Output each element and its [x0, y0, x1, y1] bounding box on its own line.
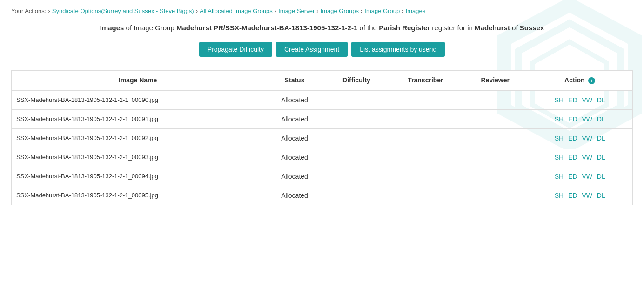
cell-reviewer — [463, 90, 527, 110]
cell-image-name: SSX-Madehurst-BA-1813-1905-132-1-2-1_000… — [12, 186, 264, 205]
action-link-vw[interactable]: VW — [582, 192, 592, 199]
action-link-ed[interactable]: ED — [568, 173, 577, 180]
cell-difficulty — [325, 186, 388, 205]
propagate-difficulty-button[interactable]: Propagate Difficulty — [199, 42, 272, 57]
create-assignment-button[interactable]: Create Assignment — [276, 42, 348, 57]
action-link-vw[interactable]: VW — [582, 173, 592, 180]
cell-reviewer — [463, 148, 527, 167]
cell-reviewer — [463, 186, 527, 205]
action-link-sh[interactable]: SH — [555, 154, 564, 161]
action-link-sh[interactable]: SH — [555, 192, 564, 199]
cell-image-name: SSX-Madehurst-BA-1813-1905-132-1-2-1_000… — [12, 148, 264, 167]
cell-status: Allocated — [264, 128, 325, 148]
cell-transcriber — [388, 148, 463, 167]
table-row: SSX-Madehurst-BA-1813-1905-132-1-2-1_000… — [12, 186, 632, 205]
cell-image-name: SSX-Madehurst-BA-1813-1905-132-1-2-1_000… — [12, 128, 264, 148]
cell-image-name: SSX-Madehurst-BA-1813-1905-132-1-2-1_000… — [12, 167, 264, 186]
table-row: SSX-Madehurst-BA-1813-1905-132-1-2-1_000… — [12, 167, 632, 186]
page-title: Images of Image Group Madehurst PR/SSX-M… — [11, 24, 633, 32]
cell-transcriber — [388, 186, 463, 205]
cell-transcriber — [388, 167, 463, 186]
cell-difficulty — [325, 167, 388, 186]
action-link-dl[interactable]: DL — [597, 96, 605, 104]
action-link-ed[interactable]: ED — [568, 96, 577, 104]
action-info-icon[interactable]: i — [588, 77, 595, 84]
col-header-transcriber: Transcriber — [388, 71, 463, 90]
cell-reviewer — [463, 109, 527, 128]
cell-difficulty — [325, 109, 388, 128]
title-of-the: of the — [359, 24, 379, 32]
action-link-vw[interactable]: VW — [582, 135, 592, 142]
title-images-word: Images — [100, 24, 124, 32]
cell-status: Allocated — [264, 167, 325, 186]
title-of: of — [512, 24, 520, 32]
title-of-image-group: of Image Group — [126, 24, 176, 32]
action-link-ed[interactable]: ED — [568, 115, 577, 123]
title-register-for: register for in — [432, 24, 475, 32]
breadcrumb-image-groups[interactable]: Image Groups — [321, 7, 359, 14]
col-header-image-name: Image Name — [12, 71, 264, 90]
action-link-sh[interactable]: SH — [555, 135, 564, 142]
cell-difficulty — [325, 128, 388, 148]
cell-transcriber — [388, 128, 463, 148]
breadcrumb-label: Your Actions: — [11, 7, 46, 14]
col-header-status: Status — [264, 71, 325, 90]
table-row: SSX-Madehurst-BA-1813-1905-132-1-2-1_000… — [12, 148, 632, 167]
cell-status: Allocated — [264, 186, 325, 205]
action-link-dl[interactable]: DL — [597, 115, 605, 123]
cell-action: SH ED VW DL — [527, 186, 632, 205]
cell-difficulty — [325, 148, 388, 167]
breadcrumb-syndicate[interactable]: Syndicate Options(Surrey and Sussex - St… — [52, 7, 194, 14]
breadcrumb-image-server[interactable]: Image Server — [278, 7, 315, 14]
cell-image-name: SSX-Madehurst-BA-1813-1905-132-1-2-1_000… — [12, 90, 264, 110]
title-location: Madehurst — [475, 24, 510, 32]
list-assignments-button[interactable]: List assignments by userid — [351, 42, 445, 57]
cell-image-name: SSX-Madehurst-BA-1813-1905-132-1-2-1_000… — [12, 109, 264, 128]
action-link-dl[interactable]: DL — [597, 192, 605, 199]
action-link-sh[interactable]: SH — [555, 115, 564, 123]
cell-status: Allocated — [264, 148, 325, 167]
table-row: SSX-Madehurst-BA-1813-1905-132-1-2-1_000… — [12, 128, 632, 148]
breadcrumb-images[interactable]: Images — [406, 7, 426, 14]
col-header-difficulty: Difficulty — [325, 71, 388, 90]
action-link-dl[interactable]: DL — [597, 135, 605, 142]
action-link-vw[interactable]: VW — [582, 96, 592, 104]
cell-transcriber — [388, 90, 463, 110]
breadcrumb: Your Actions: › Syndicate Options(Surrey… — [11, 7, 633, 14]
images-table-container[interactable]: Image Name Status Difficulty Transcriber… — [11, 70, 633, 205]
cell-status: Allocated — [264, 90, 325, 110]
action-buttons: Propagate Difficulty Create Assignment L… — [11, 42, 633, 57]
cell-action: SH ED VW DL — [527, 128, 632, 148]
cell-reviewer — [463, 128, 527, 148]
table-row: SSX-Madehurst-BA-1813-1905-132-1-2-1_000… — [12, 90, 632, 110]
action-link-dl[interactable]: DL — [597, 154, 605, 161]
col-header-reviewer: Reviewer — [463, 71, 527, 90]
cell-transcriber — [388, 109, 463, 128]
cell-action: SH ED VW DL — [527, 90, 632, 110]
action-link-sh[interactable]: SH — [555, 96, 564, 104]
action-link-vw[interactable]: VW — [582, 115, 592, 123]
table-row: SSX-Madehurst-BA-1813-1905-132-1-2-1_000… — [12, 109, 632, 128]
cell-difficulty — [325, 90, 388, 110]
cell-reviewer — [463, 167, 527, 186]
action-link-ed[interactable]: ED — [568, 192, 577, 199]
title-region: Sussex — [520, 24, 544, 32]
table-header-row: Image Name Status Difficulty Transcriber… — [12, 71, 632, 90]
breadcrumb-allocated-groups[interactable]: All Allocated Image Groups — [200, 7, 273, 14]
col-header-action: Action i — [527, 71, 632, 90]
action-link-vw[interactable]: VW — [582, 154, 592, 161]
action-link-ed[interactable]: ED — [568, 135, 577, 142]
title-register-type: Parish Register — [379, 24, 430, 32]
cell-action: SH ED VW DL — [527, 148, 632, 167]
cell-action: SH ED VW DL — [527, 109, 632, 128]
cell-action: SH ED VW DL — [527, 167, 632, 186]
action-link-dl[interactable]: DL — [597, 173, 605, 180]
title-group-name: Madehurst PR/SSX-Madehurst-BA-1813-1905-… — [176, 24, 357, 32]
cell-status: Allocated — [264, 109, 325, 128]
action-link-ed[interactable]: ED — [568, 154, 577, 161]
images-table: Image Name Status Difficulty Transcriber… — [12, 71, 632, 205]
breadcrumb-image-group[interactable]: Image Group — [364, 7, 400, 14]
action-link-sh[interactable]: SH — [555, 173, 564, 180]
